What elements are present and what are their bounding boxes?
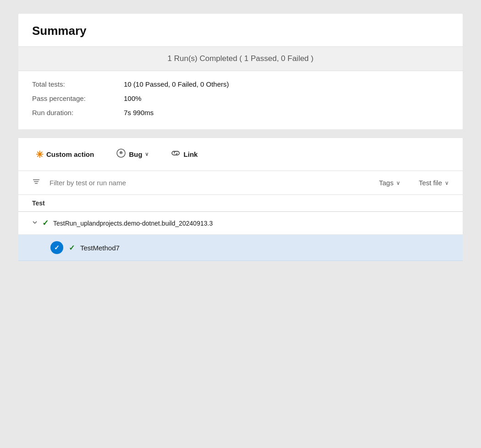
test-run-name: TestRun_uplandprojects.demo-dotnet.build…	[53, 220, 213, 227]
filter-bar: Tags ∨ Test file ∨	[18, 171, 463, 195]
link-button[interactable]: Link	[167, 146, 201, 162]
filter-input[interactable]	[50, 179, 370, 187]
test-run-row[interactable]: ✓ TestRun_uplandprojects.demo-dotnet.bui…	[18, 212, 463, 235]
bug-label: Bug	[129, 150, 142, 158]
page-wrapper: Summary 1 Run(s) Completed ( 1 Passed, 0…	[0, 0, 481, 448]
bug-button[interactable]: ! Bug ∨	[112, 146, 152, 162]
testfile-label: Test file	[419, 179, 442, 187]
run-duration-label: Run duration:	[32, 109, 124, 116]
selected-check-icon: ✓	[54, 244, 60, 251]
svg-text:!: !	[121, 151, 122, 155]
selected-indicator: ✓	[50, 241, 63, 254]
gap-separator	[0, 130, 481, 138]
table-header: Test	[18, 195, 463, 212]
bug-icon: !	[116, 148, 126, 160]
total-tests-label: Total tests:	[32, 80, 124, 88]
summary-header: Summary	[18, 14, 463, 47]
pass-pct-label: Pass percentage:	[32, 94, 124, 102]
testfile-chevron-icon: ∨	[445, 180, 449, 186]
total-tests-value: 10 (10 Passed, 0 Failed, 0 Others)	[124, 80, 229, 88]
expand-icon[interactable]	[32, 220, 38, 227]
pass-pct-value: 100%	[124, 94, 141, 102]
bug-chevron-icon: ∨	[145, 151, 149, 157]
run-duration-value: 7s 990ms	[124, 109, 154, 116]
test-method-row[interactable]: ✓ ✓ TestMethod7	[18, 235, 463, 261]
link-label: Link	[183, 150, 198, 158]
column-test-label: Test	[32, 199, 45, 207]
tags-filter-button[interactable]: Tags ∨	[379, 179, 400, 187]
link-chain-icon	[171, 148, 181, 160]
stats-section: Total tests: 10 (10 Passed, 0 Failed, 0 …	[18, 71, 463, 130]
test-run-pass-icon: ✓	[42, 218, 49, 228]
run-duration-row: Run duration: 7s 990ms	[32, 109, 449, 116]
custom-action-button[interactable]: ✳ Custom action	[32, 147, 98, 162]
total-tests-row: Total tests: 10 (10 Passed, 0 Failed, 0 …	[32, 80, 449, 88]
custom-action-icon: ✳	[36, 149, 44, 160]
summary-card: Summary 1 Run(s) Completed ( 1 Passed, 0…	[18, 14, 463, 130]
pass-pct-row: Pass percentage: 100%	[32, 94, 449, 102]
actions-card: ✳ Custom action ! Bug ∨	[18, 138, 463, 261]
tags-chevron-icon: ∨	[396, 180, 400, 186]
tags-label: Tags	[379, 179, 393, 187]
page-title: Summary	[32, 24, 449, 38]
run-status-bar: 1 Run(s) Completed ( 1 Passed, 0 Failed …	[18, 47, 463, 71]
filter-icon	[32, 177, 40, 188]
action-toolbar: ✳ Custom action ! Bug ∨	[18, 138, 463, 171]
test-method-name: TestMethod7	[80, 244, 120, 252]
testfile-filter-button[interactable]: Test file ∨	[419, 179, 449, 187]
test-method-pass-icon: ✓	[69, 243, 75, 252]
custom-action-label: Custom action	[46, 150, 94, 158]
run-status-text: 1 Run(s) Completed ( 1 Passed, 0 Failed …	[167, 54, 313, 63]
